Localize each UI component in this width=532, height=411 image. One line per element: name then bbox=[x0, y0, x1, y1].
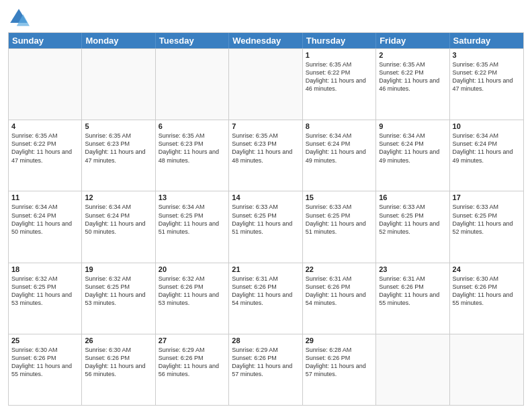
day-number: 7 bbox=[232, 122, 299, 130]
calendar-row-0: 1Sunrise: 6:35 AM Sunset: 6:22 PM Daylig… bbox=[9, 48, 523, 120]
calendar-cell-4-0: 25Sunrise: 6:30 AM Sunset: 6:26 PM Dayli… bbox=[9, 334, 82, 405]
day-info: Sunrise: 6:31 AM Sunset: 6:26 PM Dayligh… bbox=[306, 275, 373, 308]
calendar-header-row: SundayMondayTuesdayWednesdayThursdayFrid… bbox=[9, 33, 523, 48]
calendar-cell-0-5: 2Sunrise: 6:35 AM Sunset: 6:22 PM Daylig… bbox=[376, 49, 449, 120]
day-info: Sunrise: 6:30 AM Sunset: 6:26 PM Dayligh… bbox=[453, 275, 521, 308]
day-number: 1 bbox=[306, 51, 373, 59]
calendar-cell-2-4: 15Sunrise: 6:33 AM Sunset: 6:25 PM Dayli… bbox=[303, 191, 376, 262]
day-number: 3 bbox=[453, 51, 521, 59]
day-number: 21 bbox=[232, 265, 299, 273]
calendar-cell-3-3: 21Sunrise: 6:31 AM Sunset: 6:26 PM Dayli… bbox=[229, 263, 302, 334]
day-info: Sunrise: 6:31 AM Sunset: 6:26 PM Dayligh… bbox=[379, 275, 446, 308]
page: SundayMondayTuesdayWednesdayThursdayFrid… bbox=[0, 0, 532, 411]
calendar-cell-1-2: 6Sunrise: 6:35 AM Sunset: 6:23 PM Daylig… bbox=[156, 120, 229, 191]
day-number: 16 bbox=[379, 193, 446, 201]
day-number: 20 bbox=[159, 265, 226, 273]
calendar-cell-3-2: 20Sunrise: 6:32 AM Sunset: 6:26 PM Dayli… bbox=[156, 263, 229, 334]
day-number: 15 bbox=[306, 193, 373, 201]
calendar-cell-1-6: 10Sunrise: 6:34 AM Sunset: 6:24 PM Dayli… bbox=[450, 120, 523, 191]
day-info: Sunrise: 6:33 AM Sunset: 6:25 PM Dayligh… bbox=[232, 203, 299, 236]
calendar-cell-4-4: 29Sunrise: 6:28 AM Sunset: 6:26 PM Dayli… bbox=[303, 334, 376, 405]
day-info: Sunrise: 6:35 AM Sunset: 6:23 PM Dayligh… bbox=[232, 132, 299, 165]
day-number: 4 bbox=[11, 122, 79, 130]
day-info: Sunrise: 6:28 AM Sunset: 6:26 PM Dayligh… bbox=[306, 346, 373, 379]
calendar-row-3: 18Sunrise: 6:32 AM Sunset: 6:25 PM Dayli… bbox=[9, 263, 523, 334]
day-number: 22 bbox=[306, 265, 373, 273]
day-info: Sunrise: 6:32 AM Sunset: 6:25 PM Dayligh… bbox=[85, 275, 152, 308]
day-info: Sunrise: 6:30 AM Sunset: 6:26 PM Dayligh… bbox=[85, 346, 152, 379]
calendar-cell-4-1: 26Sunrise: 6:30 AM Sunset: 6:26 PM Dayli… bbox=[82, 334, 155, 405]
day-number: 6 bbox=[159, 122, 226, 130]
header-day-wednesday: Wednesday bbox=[229, 33, 302, 48]
header-day-saturday: Saturday bbox=[450, 33, 523, 48]
day-number: 14 bbox=[232, 193, 299, 201]
logo-icon bbox=[8, 7, 30, 28]
calendar-cell-1-3: 7Sunrise: 6:35 AM Sunset: 6:23 PM Daylig… bbox=[229, 120, 302, 191]
calendar-row-1: 4Sunrise: 6:35 AM Sunset: 6:22 PM Daylig… bbox=[9, 120, 523, 191]
day-number: 2 bbox=[379, 51, 446, 59]
day-info: Sunrise: 6:35 AM Sunset: 6:22 PM Dayligh… bbox=[453, 60, 521, 93]
calendar-cell-2-5: 16Sunrise: 6:33 AM Sunset: 6:25 PM Dayli… bbox=[376, 191, 449, 262]
day-info: Sunrise: 6:31 AM Sunset: 6:26 PM Dayligh… bbox=[232, 275, 299, 308]
day-info: Sunrise: 6:32 AM Sunset: 6:26 PM Dayligh… bbox=[159, 275, 226, 308]
calendar-cell-0-0 bbox=[9, 49, 82, 120]
calendar-cell-2-6: 17Sunrise: 6:33 AM Sunset: 6:25 PM Dayli… bbox=[450, 191, 523, 262]
day-number: 27 bbox=[159, 336, 226, 345]
calendar-cell-4-6 bbox=[450, 334, 523, 405]
day-number: 10 bbox=[453, 122, 521, 130]
day-info: Sunrise: 6:34 AM Sunset: 6:24 PM Dayligh… bbox=[306, 132, 373, 165]
calendar-cell-1-1: 5Sunrise: 6:35 AM Sunset: 6:23 PM Daylig… bbox=[82, 120, 155, 191]
day-info: Sunrise: 6:30 AM Sunset: 6:26 PM Dayligh… bbox=[11, 346, 79, 379]
header-day-monday: Monday bbox=[82, 33, 155, 48]
day-info: Sunrise: 6:35 AM Sunset: 6:22 PM Dayligh… bbox=[306, 60, 373, 93]
day-number: 26 bbox=[85, 336, 152, 345]
calendar-cell-4-5 bbox=[376, 334, 449, 405]
calendar-cell-1-4: 8Sunrise: 6:34 AM Sunset: 6:24 PM Daylig… bbox=[303, 120, 376, 191]
day-info: Sunrise: 6:33 AM Sunset: 6:25 PM Dayligh… bbox=[453, 203, 521, 236]
header bbox=[8, 7, 524, 28]
day-info: Sunrise: 6:34 AM Sunset: 6:24 PM Dayligh… bbox=[11, 203, 79, 236]
header-day-tuesday: Tuesday bbox=[156, 33, 229, 48]
calendar-cell-0-3 bbox=[229, 49, 302, 120]
day-info: Sunrise: 6:33 AM Sunset: 6:25 PM Dayligh… bbox=[306, 203, 373, 236]
day-info: Sunrise: 6:35 AM Sunset: 6:22 PM Dayligh… bbox=[11, 132, 79, 165]
day-number: 17 bbox=[453, 193, 521, 201]
calendar-cell-2-0: 11Sunrise: 6:34 AM Sunset: 6:24 PM Dayli… bbox=[9, 191, 82, 262]
day-info: Sunrise: 6:29 AM Sunset: 6:26 PM Dayligh… bbox=[232, 346, 299, 379]
calendar-cell-3-4: 22Sunrise: 6:31 AM Sunset: 6:26 PM Dayli… bbox=[303, 263, 376, 334]
header-day-thursday: Thursday bbox=[303, 33, 376, 48]
day-number: 25 bbox=[11, 336, 79, 345]
day-info: Sunrise: 6:34 AM Sunset: 6:24 PM Dayligh… bbox=[453, 132, 521, 165]
calendar-cell-0-2 bbox=[156, 49, 229, 120]
day-number: 8 bbox=[306, 122, 373, 130]
day-info: Sunrise: 6:34 AM Sunset: 6:25 PM Dayligh… bbox=[159, 203, 226, 236]
day-info: Sunrise: 6:35 AM Sunset: 6:23 PM Dayligh… bbox=[159, 132, 226, 165]
day-number: 29 bbox=[306, 336, 373, 345]
calendar-cell-2-2: 13Sunrise: 6:34 AM Sunset: 6:25 PM Dayli… bbox=[156, 191, 229, 262]
day-info: Sunrise: 6:34 AM Sunset: 6:24 PM Dayligh… bbox=[379, 132, 446, 165]
day-number: 28 bbox=[232, 336, 299, 345]
day-info: Sunrise: 6:29 AM Sunset: 6:26 PM Dayligh… bbox=[159, 346, 226, 379]
calendar-row-4: 25Sunrise: 6:30 AM Sunset: 6:26 PM Dayli… bbox=[9, 334, 523, 405]
calendar-cell-3-0: 18Sunrise: 6:32 AM Sunset: 6:25 PM Dayli… bbox=[9, 263, 82, 334]
day-number: 5 bbox=[85, 122, 152, 130]
calendar-cell-3-6: 24Sunrise: 6:30 AM Sunset: 6:26 PM Dayli… bbox=[450, 263, 523, 334]
day-number: 13 bbox=[159, 193, 226, 201]
calendar-row-2: 11Sunrise: 6:34 AM Sunset: 6:24 PM Dayli… bbox=[9, 191, 523, 262]
day-info: Sunrise: 6:35 AM Sunset: 6:22 PM Dayligh… bbox=[379, 60, 446, 93]
header-day-sunday: Sunday bbox=[9, 33, 82, 48]
day-number: 19 bbox=[85, 265, 152, 273]
calendar-cell-3-1: 19Sunrise: 6:32 AM Sunset: 6:25 PM Dayli… bbox=[82, 263, 155, 334]
day-info: Sunrise: 6:33 AM Sunset: 6:25 PM Dayligh… bbox=[379, 203, 446, 236]
day-number: 12 bbox=[85, 193, 152, 201]
calendar-cell-0-6: 3Sunrise: 6:35 AM Sunset: 6:22 PM Daylig… bbox=[450, 49, 523, 120]
calendar-cell-2-3: 14Sunrise: 6:33 AM Sunset: 6:25 PM Dayli… bbox=[229, 191, 302, 262]
day-number: 23 bbox=[379, 265, 446, 273]
calendar-cell-3-5: 23Sunrise: 6:31 AM Sunset: 6:26 PM Dayli… bbox=[376, 263, 449, 334]
day-info: Sunrise: 6:32 AM Sunset: 6:25 PM Dayligh… bbox=[11, 275, 79, 308]
calendar-cell-0-4: 1Sunrise: 6:35 AM Sunset: 6:22 PM Daylig… bbox=[303, 49, 376, 120]
calendar-cell-1-5: 9Sunrise: 6:34 AM Sunset: 6:24 PM Daylig… bbox=[376, 120, 449, 191]
day-info: Sunrise: 6:34 AM Sunset: 6:24 PM Dayligh… bbox=[85, 203, 152, 236]
calendar-cell-4-3: 28Sunrise: 6:29 AM Sunset: 6:26 PM Dayli… bbox=[229, 334, 302, 405]
day-number: 18 bbox=[11, 265, 79, 273]
